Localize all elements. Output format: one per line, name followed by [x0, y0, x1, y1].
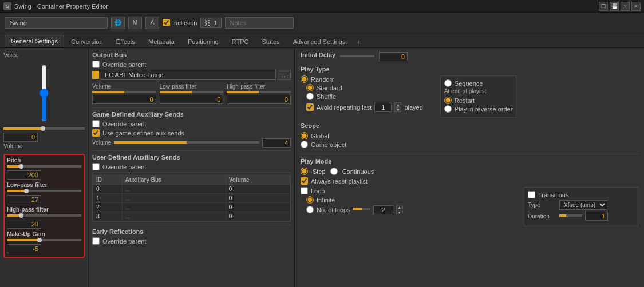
avoid-spin-down[interactable]: ▼ — [394, 107, 401, 112]
loops-spin-up[interactable]: ▲ — [396, 205, 403, 209]
low-pass-value[interactable] — [7, 195, 41, 204]
pitch-value[interactable] — [7, 170, 41, 180]
play-mode-step-radio[interactable] — [301, 168, 308, 175]
random-standard-radio[interactable] — [306, 84, 314, 91]
scope-title: Scope — [301, 122, 638, 129]
object-name-input[interactable] — [5, 17, 108, 29]
user-aux-override-checkbox[interactable] — [92, 163, 100, 170]
low-pass-slider[interactable] — [7, 190, 81, 192]
tab-conversion[interactable]: Conversion — [65, 35, 109, 47]
loops-spin-down[interactable]: ▼ — [396, 210, 403, 214]
play-type-random-label: Random — [311, 76, 335, 83]
bus-menu-btn[interactable]: ... — [278, 70, 291, 80]
scope-global-radio[interactable] — [301, 132, 308, 139]
play-mode-title: Play Mode — [301, 158, 638, 165]
tab-positioning[interactable]: Positioning — [181, 35, 225, 47]
avoid-label: Avoid repeating last — [317, 104, 372, 111]
always-reset-checkbox[interactable] — [301, 177, 308, 185]
no-of-loops-slider[interactable] — [353, 208, 370, 210]
copy-btn[interactable]: ❐ — [599, 2, 608, 11]
game-aux-volume-value[interactable] — [262, 138, 291, 148]
high-pass-slider[interactable] — [7, 214, 81, 217]
bus-color-block — [92, 71, 99, 79]
bus-name-input[interactable] — [101, 70, 276, 80]
inclusion-checkbox[interactable] — [163, 19, 170, 26]
a-btn[interactable]: A — [145, 17, 159, 29]
save-btn[interactable]: 💾 — [610, 2, 619, 11]
play-type-random-radio[interactable] — [301, 75, 308, 83]
avoid-count-input[interactable] — [374, 103, 392, 112]
always-reset-label: Always reset playlist — [311, 178, 368, 185]
output-volume-label: Volume — [92, 83, 156, 90]
close-btn[interactable]: ✕ — [631, 2, 641, 11]
scope-gameobj-radio[interactable] — [301, 141, 308, 148]
m-btn[interactable]: M — [128, 17, 142, 29]
user-aux-title: User-Defined Auxiliary Sends — [92, 154, 291, 161]
output-volume-value[interactable] — [92, 95, 156, 104]
infinite-radio[interactable] — [306, 196, 314, 204]
seq-reverse-radio[interactable] — [444, 105, 452, 113]
row-bus[interactable]: ... — [122, 212, 226, 221]
make-up-value[interactable] — [7, 244, 41, 253]
loops-count-input[interactable] — [373, 205, 393, 214]
row-bus[interactable]: ... — [122, 194, 226, 203]
loop-col: Loop Infinite No. of loops ▲ ▼ — [301, 187, 518, 216]
game-aux-volume-slider[interactable] — [114, 141, 259, 144]
play-mode-continuous-label: Continuous — [342, 168, 374, 175]
pitch-slider[interactable] — [7, 165, 81, 168]
user-aux-override-label: Override parent — [102, 164, 146, 170]
game-aux-use-checkbox[interactable] — [92, 129, 100, 137]
tab-general-settings[interactable]: General Settings — [5, 35, 64, 47]
globe-btn[interactable]: 🌐 — [111, 17, 125, 29]
tab-rtpc[interactable]: RTPC — [226, 35, 255, 47]
make-up-slider[interactable] — [7, 239, 81, 241]
title-bar: S Swing - Container Property Editor ❐ 💾 … — [0, 0, 644, 13]
play-type-inner: Standard Shuffle Avoid repeating last — [301, 84, 423, 112]
output-highpass-slider[interactable] — [227, 91, 291, 93]
trans-type-select[interactable]: Xfade (amp) — [559, 200, 607, 210]
volume-slider[interactable] — [3, 127, 85, 130]
row-bus[interactable]: ... — [122, 203, 226, 212]
transitions-check-row: Transitions — [528, 191, 634, 198]
play-mode-step-label: Step — [313, 168, 326, 175]
trans-duration-value[interactable] — [585, 212, 608, 221]
initial-delay-value[interactable] — [379, 52, 408, 61]
output-bus-override-checkbox[interactable] — [92, 61, 100, 68]
high-pass-value[interactable] — [7, 220, 41, 229]
random-shuffle-radio[interactable] — [306, 93, 314, 100]
volume-value[interactable] — [3, 133, 38, 142]
notes-input[interactable] — [225, 17, 294, 29]
inclusion-label[interactable]: Inclusion — [163, 19, 197, 26]
user-aux-override-row: Override parent — [92, 163, 291, 170]
avoid-checkbox[interactable] — [306, 103, 314, 111]
game-aux-override-checkbox[interactable] — [92, 120, 100, 127]
tab-effects[interactable]: Effects — [110, 35, 141, 47]
loop-checkbox[interactable] — [301, 187, 308, 194]
play-mode-continuous-radio[interactable] — [330, 168, 338, 175]
initial-delay-slider[interactable] — [340, 55, 374, 57]
output-highpass-value[interactable] — [227, 95, 291, 104]
trans-duration-slider[interactable] — [559, 214, 582, 217]
avoid-spinner: ▲ ▼ — [394, 102, 401, 112]
avoid-spin-up[interactable]: ▲ — [394, 102, 401, 107]
voice-label: Voice — [3, 51, 85, 58]
output-filter-row: Volume Low-pass filter High-pass filter — [92, 83, 291, 104]
tab-metadata[interactable]: Metadata — [142, 35, 181, 47]
transitions-checkbox[interactable] — [528, 191, 535, 198]
tab-advanced-settings[interactable]: Advanced Settings — [287, 35, 352, 47]
output-lowpass-value[interactable] — [160, 95, 224, 104]
seq-restart-radio[interactable] — [444, 97, 452, 104]
tab-states[interactable]: States — [255, 35, 286, 47]
output-volume-slider[interactable] — [92, 91, 156, 93]
tab-add-btn[interactable]: + — [352, 36, 365, 47]
play-type-sequence-radio[interactable] — [444, 79, 452, 87]
output-bus-override-row: Override parent — [92, 61, 291, 68]
output-lowpass-slider[interactable] — [160, 91, 224, 93]
voice-volume-slider[interactable] — [38, 65, 50, 122]
early-ref-override-label: Override parent — [102, 238, 146, 245]
help-btn[interactable]: ? — [621, 2, 630, 11]
no-of-loops-radio[interactable] — [306, 206, 314, 213]
early-ref-override-checkbox[interactable] — [92, 237, 100, 245]
early-ref-override-row: Override parent — [92, 237, 291, 245]
row-bus[interactable]: ... — [122, 185, 226, 194]
